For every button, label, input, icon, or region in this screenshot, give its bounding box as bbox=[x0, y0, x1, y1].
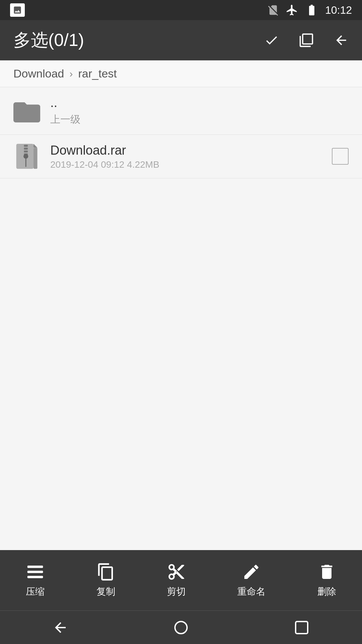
top-bar: 多选(0/1) bbox=[0, 20, 362, 60]
breadcrumb[interactable]: Download › rar_test bbox=[13, 67, 117, 80]
rar-file-icon bbox=[15, 143, 39, 170]
status-bar-left bbox=[10, 3, 25, 17]
cut-label: 剪切 bbox=[167, 585, 186, 598]
compress-button[interactable]: 压缩 bbox=[26, 562, 45, 598]
svg-rect-9 bbox=[27, 566, 43, 568]
delete-button[interactable]: 删除 bbox=[317, 562, 336, 598]
nav-back-icon bbox=[52, 620, 68, 636]
battery-icon bbox=[304, 4, 319, 16]
breadcrumb-path1[interactable]: Download bbox=[13, 67, 64, 80]
rename-icon bbox=[242, 562, 261, 581]
folder-icon-wrap bbox=[13, 97, 40, 124]
list-item[interactable]: .. 上一级 bbox=[0, 87, 362, 135]
status-bar-right: 10:12 bbox=[267, 4, 352, 16]
delete-label: 删除 bbox=[317, 585, 336, 598]
cut-button[interactable]: 剪切 bbox=[167, 562, 186, 598]
file-sub: 上一级 bbox=[50, 113, 349, 126]
nav-recents-button[interactable] bbox=[288, 614, 315, 641]
svg-point-7 bbox=[23, 154, 28, 159]
nav-bar bbox=[0, 610, 362, 644]
svg-rect-3 bbox=[24, 145, 27, 147]
nav-back-button[interactable] bbox=[47, 614, 74, 641]
copy-icon bbox=[97, 562, 115, 581]
svg-point-12 bbox=[175, 622, 187, 634]
clock: 10:12 bbox=[325, 4, 352, 16]
svg-rect-4 bbox=[24, 148, 27, 150]
file-meta: 2019-12-04 09:12 4.22MB bbox=[50, 159, 332, 170]
nav-home-button[interactable] bbox=[168, 614, 194, 641]
file-name: Download.rar bbox=[50, 143, 332, 158]
list-item[interactable]: Download.rar 2019-12-04 09:12 4.22MB bbox=[0, 135, 362, 179]
copy-label: 复制 bbox=[97, 585, 115, 598]
rename-label: 重命名 bbox=[237, 585, 265, 598]
file-checkbox[interactable] bbox=[332, 148, 349, 165]
svg-rect-13 bbox=[296, 622, 308, 634]
breadcrumb-bar: Download › rar_test bbox=[0, 60, 362, 87]
cut-icon bbox=[167, 562, 186, 581]
nav-home-icon bbox=[173, 620, 189, 636]
svg-rect-5 bbox=[24, 151, 27, 153]
rename-button[interactable]: 重命名 bbox=[237, 562, 265, 598]
svg-rect-10 bbox=[27, 571, 43, 573]
compress-label: 压缩 bbox=[26, 585, 45, 598]
airplane-icon bbox=[286, 4, 298, 16]
archive-icon-wrap bbox=[13, 143, 40, 170]
file-name: .. bbox=[50, 95, 349, 111]
svg-rect-2 bbox=[34, 148, 37, 169]
breadcrumb-chevron: › bbox=[69, 68, 73, 79]
status-bar: 10:12 bbox=[0, 0, 362, 20]
nav-recents-icon bbox=[294, 620, 310, 636]
page-title: 多选(0/1) bbox=[13, 29, 84, 52]
confirm-icon[interactable] bbox=[264, 33, 279, 48]
select-all-icon[interactable] bbox=[299, 33, 314, 48]
file-info: Download.rar 2019-12-04 09:12 4.22MB bbox=[50, 143, 332, 170]
breadcrumb-path2[interactable]: rar_test bbox=[78, 67, 117, 80]
delete-icon bbox=[317, 562, 336, 581]
file-info: .. 上一级 bbox=[50, 95, 349, 126]
compress-icon bbox=[26, 562, 45, 581]
copy-button[interactable]: 复制 bbox=[97, 562, 115, 598]
svg-rect-11 bbox=[27, 576, 43, 578]
photo-icon bbox=[10, 3, 25, 17]
svg-marker-1 bbox=[34, 144, 37, 148]
file-list: .. 上一级 Download.rar 201 bbox=[0, 87, 362, 550]
folder-icon bbox=[13, 99, 40, 122]
back-icon[interactable] bbox=[334, 33, 349, 48]
no-sim-icon bbox=[267, 4, 280, 16]
top-bar-actions bbox=[264, 33, 349, 48]
bottom-toolbar: 压缩 复制 剪切 重命名 删除 bbox=[0, 550, 362, 610]
